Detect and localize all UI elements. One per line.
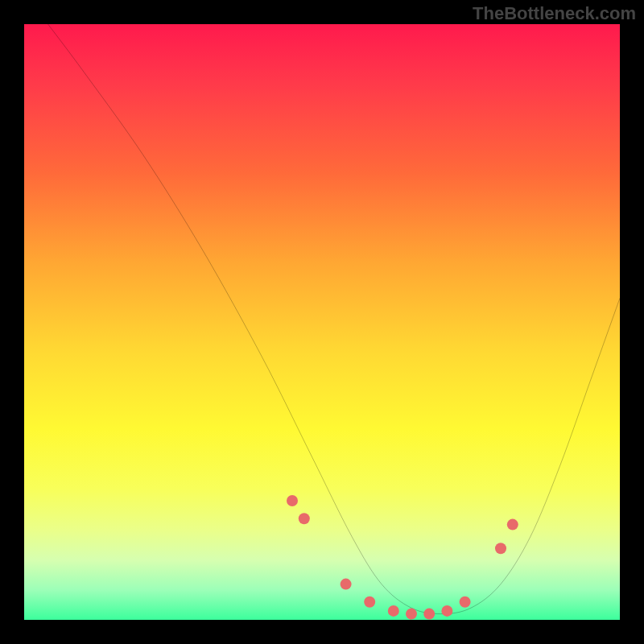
marker-point (364, 597, 375, 608)
bottleneck-curve (48, 24, 620, 614)
marker-point (388, 605, 399, 617)
watermark-text: TheBottleneck.com (473, 3, 636, 24)
marker-point (507, 519, 518, 530)
chart-svg (24, 24, 620, 620)
marker-point (287, 495, 298, 506)
marker-point (341, 579, 352, 590)
marker-point (423, 609, 435, 620)
marker-point (406, 609, 417, 620)
plot-area (24, 24, 620, 620)
marker-point (495, 543, 506, 554)
highlight-markers (287, 495, 518, 620)
marker-point (441, 605, 452, 617)
marker-point (460, 597, 471, 608)
marker-point (299, 513, 310, 524)
